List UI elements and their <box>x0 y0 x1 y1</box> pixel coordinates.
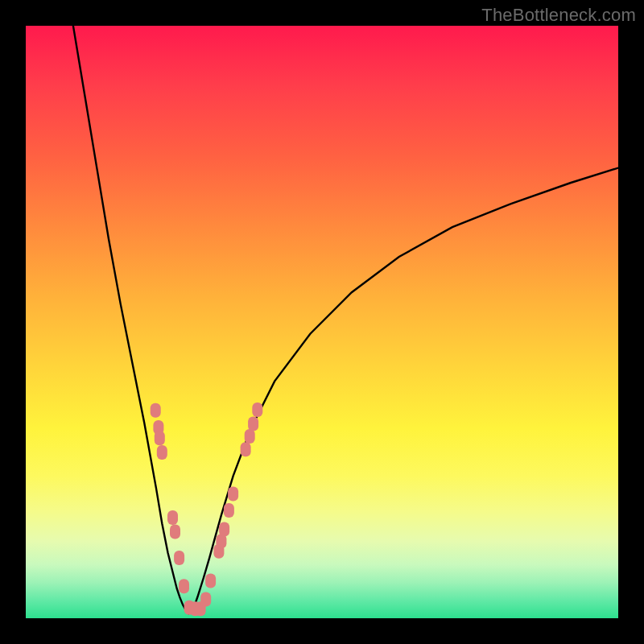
data-marker <box>200 592 211 606</box>
data-marker <box>155 431 165 445</box>
data-marker <box>224 503 234 518</box>
data-marker <box>241 442 251 456</box>
data-marker <box>228 486 238 501</box>
data-marker <box>245 429 255 444</box>
data-marker <box>157 445 167 460</box>
data-marker <box>252 402 262 417</box>
data-marker <box>170 525 180 539</box>
data-marker <box>205 574 216 588</box>
data-marker <box>219 522 229 537</box>
data-marker <box>151 403 161 418</box>
data-marker <box>167 510 178 525</box>
watermark-text: TheBottleneck.com <box>481 5 636 26</box>
marker-group <box>151 402 263 616</box>
outer-frame: TheBottleneck.com <box>0 0 644 644</box>
plot-area <box>26 26 618 618</box>
curve-right <box>188 168 618 614</box>
data-marker <box>174 551 184 565</box>
curve-left <box>73 26 189 613</box>
curve-layer <box>26 26 618 618</box>
data-marker <box>179 579 189 593</box>
data-marker <box>248 417 258 431</box>
